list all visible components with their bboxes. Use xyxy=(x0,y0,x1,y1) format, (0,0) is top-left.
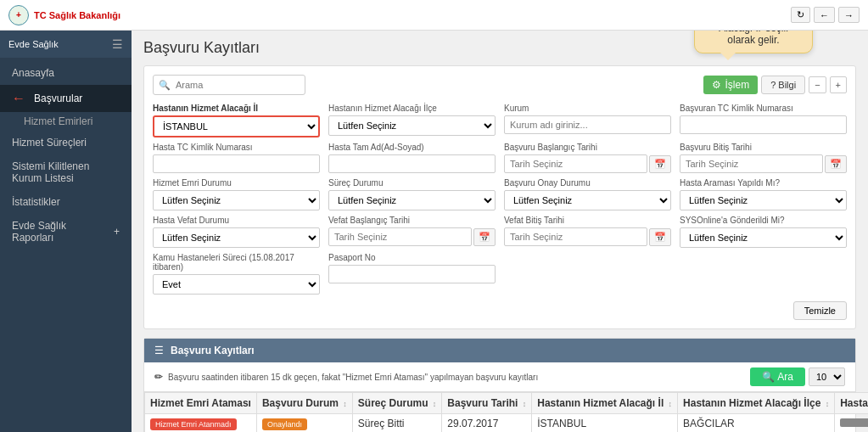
tooltip-text: 'Hastanın Hizmet Alacağı İl' seçili olar… xyxy=(715,31,792,46)
vefat-baslangic-input[interactable] xyxy=(328,227,472,246)
filter-row-4: Hasta Vefat Durumu Lütfen Seçiniz Vefat … xyxy=(153,216,847,248)
cell-ilce: BAĞCILAR xyxy=(678,414,835,433)
filter-row-3: Hizmet Emri Durumu Lütfen Seçiniz Süreç … xyxy=(153,178,847,210)
forward-button[interactable]: → xyxy=(838,7,860,23)
bilgi-button[interactable]: ? Bilgi xyxy=(761,76,805,94)
basvuru-baslangic-input[interactable] xyxy=(504,154,647,173)
search-icon: 🔍 xyxy=(159,80,171,91)
sidebar-item-sistem-listesi[interactable]: Sistemi Kilitlenen Kurum Listesi xyxy=(0,154,132,190)
temizle-button[interactable]: Temizle xyxy=(793,301,847,320)
edit-icon: ✏ xyxy=(154,371,163,383)
vefat-bitis-input[interactable] xyxy=(504,227,647,246)
sidebar-header: Evde Sağlık ☰ xyxy=(0,31,132,58)
filter-vefat-durum: Hasta Vefat Durumu Lütfen Seçiniz xyxy=(153,216,320,248)
sidebar: Evde Sağlık ☰ Anasayfa ← Başvurular Hizm… xyxy=(0,31,132,432)
hasta-ad-input[interactable] xyxy=(328,154,496,173)
col-hasta-tc: Hasta TC ↕ xyxy=(835,393,868,414)
ara-button[interactable]: 🔍 Ara xyxy=(750,367,805,386)
calendar-icon-3[interactable]: 📅 xyxy=(473,228,496,246)
ara-label: Ara xyxy=(777,371,793,383)
hasta-tc-blurred xyxy=(840,418,868,427)
kamu-select[interactable]: Evet xyxy=(153,274,320,295)
sidebar-item-hizmet-surecleri[interactable]: Hizmet Süreçleri xyxy=(0,131,132,154)
calendar-icon-2[interactable]: 📅 xyxy=(825,155,847,173)
sidebar-item-hizmet-emirleri[interactable]: Hizmet Emirleri xyxy=(0,112,132,131)
clear-row: Temizle xyxy=(153,301,847,320)
arrow-icon: ← xyxy=(12,91,25,106)
sysonline-label: SYSOnline'a Gönderildi Mi? xyxy=(680,216,847,225)
filter-sysonline: SYSOnline'a Gönderildi Mi? Lütfen Seçini… xyxy=(680,216,847,248)
islem-button[interactable]: ⚙ İşlem xyxy=(703,76,758,94)
basvuru-baslangic-label: Başvuru Başlangıç Tarihi xyxy=(504,143,671,152)
logo-text: TC Sağlık Bakanlığı xyxy=(34,10,120,20)
col-basvuru-tarihi: Başvuru Tarihi ↕ xyxy=(442,393,532,414)
expand-icon: + xyxy=(114,226,120,238)
sidebar-item-anasayfa[interactable]: Anasayfa xyxy=(0,61,132,85)
table-icon: ☰ xyxy=(154,345,164,356)
hizmet-emri-badge: Hizmet Emri Atanmadı xyxy=(150,418,237,430)
filter-vefat-bitis: Vefat Bitiş Tarihi 📅 xyxy=(504,216,671,248)
kamu-label: Kamu Hastaneleri Süreci (15.08.2017 itib… xyxy=(153,253,320,272)
col-ilce: Hastanın Hizmet Alacağı İlçe ↕ xyxy=(678,393,835,414)
vefat-durum-select[interactable]: Lütfen Seçiniz xyxy=(153,227,320,248)
sysonline-select[interactable]: Lütfen Seçiniz xyxy=(680,227,847,248)
il-label: Hastanın Hizmet Alacağı İl xyxy=(153,104,320,113)
sidebar-item-istatistikler[interactable]: İstatistikler xyxy=(0,190,132,214)
basvuru-bitis-input[interactable] xyxy=(680,154,823,173)
filter-row-1: Hastanın Hizmet Alacağı İl İSTANBUL Hast… xyxy=(153,104,847,137)
calendar-icon-1[interactable]: 📅 xyxy=(649,155,671,173)
refresh-button[interactable]: ↻ xyxy=(791,7,810,23)
filter-actions: ⚙ İşlem ? Bilgi − + xyxy=(703,76,847,94)
vefat-durum-label: Hasta Vefat Durumu xyxy=(153,216,320,225)
kurum-input[interactable] xyxy=(504,115,671,134)
table-section: ☰ Başvuru Kayıtları ✏ Başvuru saatinden … xyxy=(143,338,856,432)
sidebar-header-title: Evde Sağlık xyxy=(8,39,59,49)
arama-select[interactable]: Lütfen Seçiniz xyxy=(680,190,847,210)
tc-input[interactable] xyxy=(680,115,847,134)
hasta-tc-input[interactable] xyxy=(153,154,320,173)
onay-select[interactable]: Lütfen Seçiniz xyxy=(504,190,671,210)
main-layout: Evde Sağlık ☰ Anasayfa ← Başvurular Hizm… xyxy=(0,31,868,432)
logo-icon: + xyxy=(8,5,29,25)
search-row: 🔍 ⚙ İşlem ? Bilgi − + xyxy=(153,75,847,95)
surec-label: Süreç Durumu xyxy=(328,178,496,188)
table-head-row: Hizmet Emri Ataması Başvuru Durum ↕ Süre… xyxy=(145,393,869,414)
top-bar: + TC Sağlık Bakanlığı ↻ ← → xyxy=(0,0,868,31)
table-body: Hizmet Emri Atanmadı Onaylandı Süreç Bit… xyxy=(145,414,869,433)
calendar-icon-4[interactable]: 📅 xyxy=(649,228,671,246)
surec-select[interactable]: Lütfen Seçiniz xyxy=(328,190,496,210)
sidebar-item-raporlar[interactable]: Evde Sağlık Raporları + xyxy=(0,214,132,250)
basvurular-label: Başvurular xyxy=(34,93,82,104)
istatistikler-label: İstatistikler xyxy=(12,196,60,208)
per-page-select[interactable]: 10 25 50 xyxy=(809,367,845,386)
onay-label: Başvuru Onay Durumu xyxy=(504,178,671,188)
hizmet-emri-select[interactable]: Lütfen Seçiniz xyxy=(153,190,320,210)
filter-row-5: Kamu Hastaneleri Süreci (15.08.2017 itib… xyxy=(153,253,847,295)
vefat-bitis-wrap: 📅 xyxy=(504,227,671,246)
search-input[interactable] xyxy=(153,75,305,95)
anasayfa-label: Anasayfa xyxy=(12,67,54,79)
minus-button[interactable]: − xyxy=(809,76,826,93)
cell-il: İSTANBUL xyxy=(532,414,678,433)
back-button[interactable]: ← xyxy=(814,7,835,23)
sidebar-toggle[interactable]: ☰ xyxy=(112,37,123,51)
basvuru-durum-badge: Onaylandı xyxy=(262,418,307,430)
filter-hasta-tc: Hasta TC Kimlik Numarası xyxy=(153,143,320,173)
vefat-baslangic-label: Vefat Başlangıç Tarihi xyxy=(328,216,496,225)
pasaport-input[interactable] xyxy=(328,265,496,283)
il-select[interactable]: İSTANBUL xyxy=(153,115,320,137)
sidebar-item-basvurular[interactable]: ← Başvurular xyxy=(0,85,132,112)
search-icon-btn: 🔍 xyxy=(762,371,775,383)
sidebar-nav: Anasayfa ← Başvurular Hizmet Emirleri Hi… xyxy=(0,58,132,253)
cell-hasta-tc xyxy=(835,414,868,433)
hizmet-surecleri-label: Hizmet Süreçleri xyxy=(12,137,87,149)
expand-button[interactable]: + xyxy=(830,76,847,93)
col-hizmet-emri: Hizmet Emri Ataması xyxy=(145,393,257,414)
ilce-select[interactable]: Lütfen Seçiniz xyxy=(328,115,496,136)
table-info-text: Başvuru saatinden itibaren 15 dk geçen, … xyxy=(168,373,538,382)
filter-arama: Hasta Araması Yapıldı Mı? Lütfen Seçiniz xyxy=(680,178,847,210)
filter-il: Hastanın Hizmet Alacağı İl İSTANBUL xyxy=(153,104,320,137)
arama-label: Hasta Araması Yapıldı Mı? xyxy=(680,178,847,188)
tc-label: Başvuran TC Kimlik Numarası xyxy=(680,104,847,113)
table-controls: 🔍 Ara 10 25 50 xyxy=(750,367,845,386)
